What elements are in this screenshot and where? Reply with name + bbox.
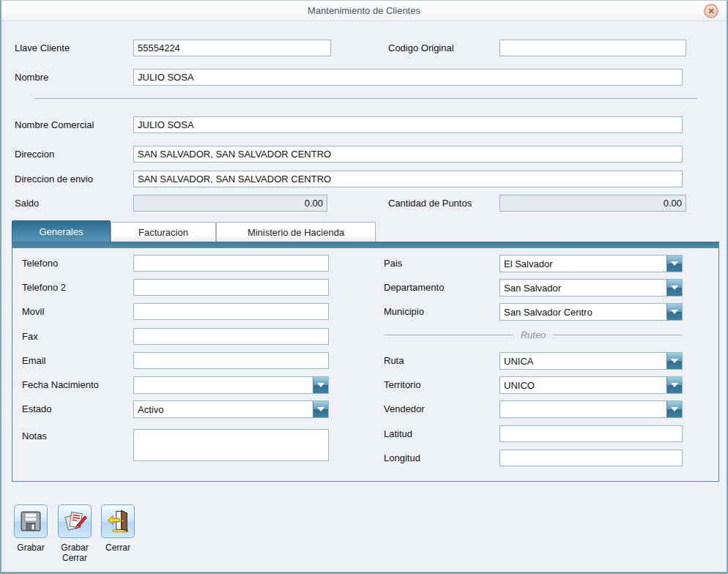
window-title: Mantenimiento de Clientes: [1, 1, 727, 21]
tab-facturacion[interactable]: Facturacion: [111, 222, 216, 242]
cerrar-button-label: Cerrar: [95, 543, 141, 553]
territorio-combobox[interactable]: [499, 376, 683, 394]
nombre-comercial-label: Nombre Comercial: [15, 116, 94, 134]
ruta-combobox[interactable]: [499, 352, 683, 370]
pais-dropdown-button[interactable]: [666, 256, 682, 272]
fecha-nacimiento-dropdown-button[interactable]: [313, 377, 328, 393]
codigo-original-input[interactable]: [499, 40, 686, 56]
chevron-down-icon: [671, 261, 678, 266]
telefono-label: Telefono: [22, 255, 58, 272]
tab-ministerio-hacienda[interactable]: Ministerio de Hacienda: [216, 222, 376, 242]
tab-strip-accent-bar: [12, 242, 719, 248]
telefono2-label: Telefono 2: [22, 279, 66, 297]
latitud-label: Latitud: [384, 425, 412, 443]
chevron-down-icon: [317, 383, 324, 387]
estado-combobox[interactable]: [133, 400, 329, 418]
llave-cliente-label: Llave Cliente: [15, 40, 70, 57]
movil-input[interactable]: [133, 303, 329, 320]
estado-dropdown-button[interactable]: [313, 401, 328, 417]
grabar-cerrar-button-label: Grabar Cerrar: [52, 543, 97, 563]
chevron-down-icon: [671, 359, 678, 363]
grabar-cerrar-button[interactable]: [58, 504, 92, 538]
separator-line: [553, 335, 683, 335]
municipio-value[interactable]: [500, 304, 666, 320]
fecha-nacimiento-label: Fecha Nacimiento: [22, 376, 99, 394]
close-window-button[interactable]: ✕: [704, 4, 718, 18]
longitud-label: Longitud: [384, 450, 420, 467]
departamento-label: Departamento: [384, 279, 444, 297]
municipio-label: Municipio: [384, 303, 424, 321]
ruta-value[interactable]: [500, 353, 666, 369]
save-close-icon: [62, 508, 88, 534]
title-bar: Mantenimiento de Clientes ✕: [1, 1, 727, 21]
ruta-label: Ruta: [384, 352, 404, 370]
notas-textarea[interactable]: [133, 429, 329, 461]
estado-label: Estado: [22, 400, 51, 418]
longitud-input[interactable]: [499, 450, 683, 466]
fecha-nacimiento-value[interactable]: [134, 377, 313, 393]
email-label: Email: [22, 352, 46, 370]
saldo-label: Saldo: [15, 195, 39, 212]
separator-line: [384, 335, 513, 335]
vendedor-label: Vendedor: [384, 400, 425, 418]
territorio-dropdown-button[interactable]: [666, 377, 682, 393]
llave-cliente-input[interactable]: [133, 40, 331, 56]
ruteo-group-separator: Ruteo: [384, 329, 683, 340]
exit-door-icon: [105, 508, 131, 534]
direccion-label: Direccion: [15, 146, 54, 163]
telefono-input[interactable]: [133, 255, 329, 272]
email-input[interactable]: [133, 352, 329, 369]
departamento-dropdown-button[interactable]: [666, 280, 682, 296]
municipio-dropdown-button[interactable]: [666, 304, 682, 320]
cerrar-button[interactable]: [101, 504, 135, 538]
cantidad-puntos-field: [499, 195, 686, 212]
notas-label: Notas: [22, 428, 47, 445]
latitud-input[interactable]: [499, 425, 683, 442]
municipio-combobox[interactable]: [499, 303, 683, 321]
chevron-down-icon: [671, 407, 678, 411]
fax-input[interactable]: [133, 328, 329, 345]
close-icon: ✕: [707, 7, 714, 15]
pais-combobox[interactable]: [499, 255, 683, 272]
vendedor-combobox[interactable]: [499, 400, 683, 418]
territorio-label: Territorio: [384, 376, 421, 394]
ruta-dropdown-button[interactable]: [666, 353, 682, 369]
grabar-button-label: Grabar: [8, 543, 53, 553]
fax-label: Fax: [22, 328, 38, 346]
section-divider: [34, 98, 697, 99]
direccion-input[interactable]: [133, 146, 683, 163]
departamento-value[interactable]: [500, 280, 666, 296]
chevron-down-icon: [671, 310, 678, 314]
vendedor-dropdown-button[interactable]: [666, 401, 682, 417]
chevron-down-icon: [317, 407, 324, 411]
saldo-field: [133, 195, 327, 212]
codigo-original-label: Codigo Original: [388, 40, 454, 57]
fecha-nacimiento-combobox[interactable]: [133, 376, 329, 394]
cantidad-puntos-label: Cantidad de Puntos: [388, 195, 472, 212]
territorio-value[interactable]: [500, 377, 666, 393]
chevron-down-icon: [671, 286, 678, 290]
direccion-envio-input[interactable]: [133, 171, 683, 187]
grabar-button[interactable]: [14, 504, 48, 538]
pais-label: Pais: [384, 255, 402, 272]
pais-value[interactable]: [500, 256, 666, 272]
nombre-comercial-input[interactable]: [133, 116, 683, 133]
client-maintenance-window: Mantenimiento de Clientes ✕ Llave Client…: [0, 0, 728, 574]
direccion-envio-label: Direccion de envio: [15, 171, 93, 188]
floppy-disk-icon: [18, 509, 43, 534]
estado-value[interactable]: [134, 401, 313, 417]
departamento-combobox[interactable]: [499, 279, 683, 297]
chevron-down-icon: [671, 383, 678, 387]
nombre-label: Nombre: [15, 69, 48, 86]
tab-generales[interactable]: Generales: [12, 220, 111, 242]
ruteo-group-label: Ruteo: [513, 329, 554, 340]
movil-label: Movil: [22, 303, 44, 321]
telefono2-input[interactable]: [133, 279, 329, 296]
vendedor-value[interactable]: [500, 401, 666, 417]
nombre-input[interactable]: [133, 69, 683, 86]
